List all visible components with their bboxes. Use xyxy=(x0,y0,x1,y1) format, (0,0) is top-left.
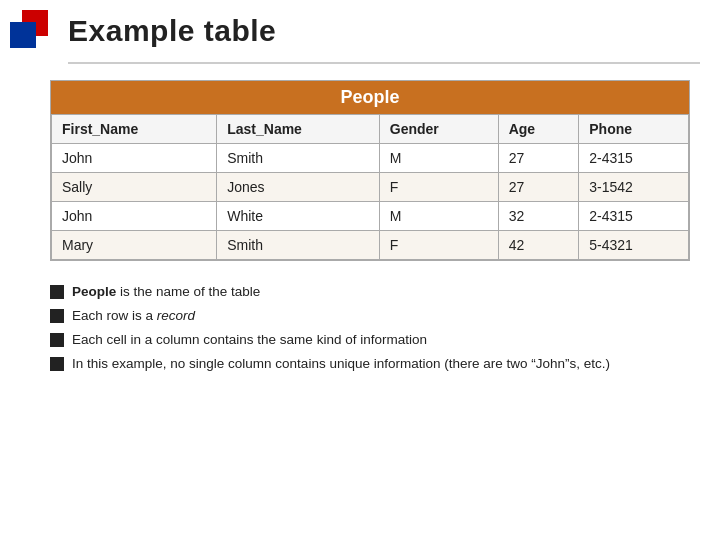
column-header-row: First_Name Last_Name Gender Age Phone xyxy=(52,115,689,144)
blue-square xyxy=(10,22,36,48)
table-cell-phone: 2-4315 xyxy=(579,144,689,173)
col-header-first-name: First_Name xyxy=(52,115,217,144)
col-header-age: Age xyxy=(498,115,579,144)
bullet-icon xyxy=(50,333,64,347)
notes-list: People is the name of the table Each row… xyxy=(50,283,690,374)
note-1: People is the name of the table xyxy=(50,283,690,302)
table-cell-first: John xyxy=(52,144,217,173)
col-header-last-name: Last_Name xyxy=(217,115,380,144)
table-row: MarySmithF425-4321 xyxy=(52,231,689,260)
col-header-gender: Gender xyxy=(379,115,498,144)
table-cell-last: Jones xyxy=(217,173,380,202)
table-row: SallyJonesF273-1542 xyxy=(52,173,689,202)
table-group-header: People xyxy=(51,81,689,114)
col-header-phone: Phone xyxy=(579,115,689,144)
table-cell-first: Mary xyxy=(52,231,217,260)
people-table: People First_Name Last_Name Gender Age P… xyxy=(50,80,690,261)
table-cell-phone: 3-1542 xyxy=(579,173,689,202)
table-cell-first: John xyxy=(52,202,217,231)
bullet-icon xyxy=(50,285,64,299)
note-4: In this example, no single column contai… xyxy=(50,355,690,374)
table-cell-phone: 5-4321 xyxy=(579,231,689,260)
table-cell-age: 27 xyxy=(498,144,579,173)
table-cell-phone: 2-4315 xyxy=(579,202,689,231)
table-cell-first: Sally xyxy=(52,173,217,202)
table-row: JohnWhiteM322-4315 xyxy=(52,202,689,231)
bullet-icon xyxy=(50,309,64,323)
table-cell-last: White xyxy=(217,202,380,231)
note-2: Each row is a record xyxy=(50,307,690,326)
table-cell-age: 27 xyxy=(498,173,579,202)
table-cell-gender: M xyxy=(379,202,498,231)
table-cell-gender: F xyxy=(379,173,498,202)
page-title: Example table xyxy=(68,14,276,48)
table-cell-last: Smith xyxy=(217,144,380,173)
table-cell-last: Smith xyxy=(217,231,380,260)
table-row: JohnSmithM272-4315 xyxy=(52,144,689,173)
table-cell-age: 42 xyxy=(498,231,579,260)
main-content: People First_Name Last_Name Gender Age P… xyxy=(50,80,690,520)
table-cell-gender: M xyxy=(379,144,498,173)
title-divider xyxy=(68,62,700,64)
bullet-icon xyxy=(50,357,64,371)
logo-decoration xyxy=(10,10,58,58)
note-3: Each cell in a column contains the same … xyxy=(50,331,690,350)
table-cell-gender: F xyxy=(379,231,498,260)
table-cell-age: 32 xyxy=(498,202,579,231)
